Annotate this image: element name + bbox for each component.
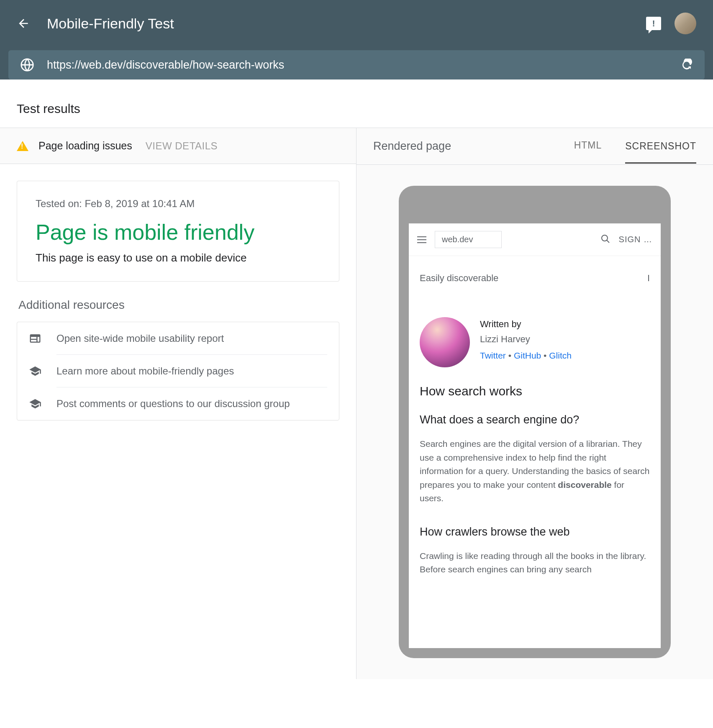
verdict-subtitle: This page is easy to use on a mobile dev…: [36, 251, 321, 264]
preview-breadcrumb: Easily discoverable I: [409, 256, 661, 292]
warning-label: Page loading issues: [38, 140, 132, 152]
verdict-heading: Page is mobile friendly: [36, 220, 321, 245]
author-links: Twitter • GitHub • Glitch: [480, 351, 572, 361]
author-name: Lizzi Harvey: [480, 334, 572, 345]
github-link[interactable]: GitHub: [514, 351, 541, 360]
page-title: Test results: [17, 102, 696, 116]
article-heading: What does a search engine do?: [420, 413, 650, 426]
preview-header: web.dev SIGN …: [409, 223, 661, 256]
header-right: !: [646, 13, 696, 34]
warning-bar: Page loading issues VIEW DETAILS: [0, 128, 356, 164]
header-top-row: Mobile-Friendly Test !: [0, 0, 713, 50]
user-avatar[interactable]: [675, 13, 696, 34]
preview-domain: web.dev: [435, 231, 502, 248]
subheader: Test results: [0, 90, 713, 128]
twitter-link[interactable]: Twitter: [480, 351, 506, 360]
svg-point-1: [602, 235, 608, 241]
article-paragraph: Crawling is like reading through all the…: [420, 549, 650, 577]
resource-item-learn-more[interactable]: Learn more about mobile-friendly pages: [17, 355, 339, 387]
search-icon[interactable]: [600, 234, 610, 246]
menu-icon[interactable]: [417, 236, 426, 243]
tested-on-label: Tested on: Feb 8, 2019 at 10:41 AM: [36, 198, 321, 210]
article-paragraph: Search engines are the digital version o…: [420, 437, 650, 505]
web-icon: [29, 332, 41, 345]
additional-resources: Additional resources Open site-wide mobi…: [17, 298, 339, 420]
article-title: How search works: [420, 384, 650, 398]
author-avatar: [420, 317, 470, 367]
additional-heading: Additional resources: [17, 298, 339, 312]
author-block: Written by Lizzi Harvey Twitter • GitHub…: [420, 317, 650, 367]
app-title: Mobile-Friendly Test: [47, 15, 629, 32]
resource-item-discussion[interactable]: Post comments or questions to our discus…: [17, 387, 339, 420]
globe-icon: [20, 58, 34, 72]
resource-item-usability-report[interactable]: Open site-wide mobile usability report: [17, 322, 339, 355]
phone-preview-area: web.dev SIGN … Easily discoverable I: [356, 165, 713, 679]
author-info: Written by Lizzi Harvey Twitter • GitHub…: [480, 317, 572, 361]
article-heading: How crawlers browse the web: [420, 525, 650, 538]
result-card: Tested on: Feb 8, 2019 at 10:41 AM Page …: [17, 181, 339, 282]
breadcrumb-text: Easily discoverable: [420, 273, 498, 284]
resource-label: Learn more about mobile-friendly pages: [56, 365, 327, 377]
tab-html[interactable]: HTML: [574, 140, 602, 153]
sign-in-button[interactable]: SIGN …: [619, 235, 652, 244]
breadcrumb-indicator: I: [647, 273, 650, 284]
feedback-icon[interactable]: !: [646, 17, 661, 30]
url-bar: https://web.dev/discoverable/how-search-…: [8, 50, 705, 79]
refresh-button[interactable]: [680, 59, 693, 71]
app-header: Mobile-Friendly Test ! https://web.dev/d…: [0, 0, 713, 79]
resource-label: Open site-wide mobile usability report: [56, 333, 327, 344]
url-input[interactable]: https://web.dev/discoverable/how-search-…: [47, 59, 668, 72]
tabs-bar: Rendered page HTML SCREENSHOT: [356, 128, 713, 165]
tab-screenshot[interactable]: SCREENSHOT: [625, 141, 696, 164]
resource-label: Post comments or questions to our discus…: [56, 398, 327, 410]
phone-frame: web.dev SIGN … Easily discoverable I: [399, 186, 671, 658]
school-icon: [29, 365, 41, 377]
preview-body: Written by Lizzi Harvey Twitter • GitHub…: [409, 292, 661, 605]
phone-screen: web.dev SIGN … Easily discoverable I: [409, 223, 661, 648]
right-panel: Rendered page HTML SCREENSHOT web.dev SI…: [356, 128, 713, 679]
written-by-label: Written by: [480, 319, 572, 330]
back-button[interactable]: [17, 17, 30, 30]
rendered-page-label: Rendered page: [373, 140, 551, 153]
left-panel: Page loading issues VIEW DETAILS Tested …: [0, 128, 356, 679]
glitch-link[interactable]: Glitch: [549, 351, 572, 360]
school-icon: [29, 397, 41, 410]
resource-list: Open site-wide mobile usability report L…: [17, 322, 339, 420]
warning-icon: [17, 141, 28, 151]
content-area: Page loading issues VIEW DETAILS Tested …: [0, 128, 713, 679]
view-details-button[interactable]: VIEW DETAILS: [146, 140, 218, 152]
